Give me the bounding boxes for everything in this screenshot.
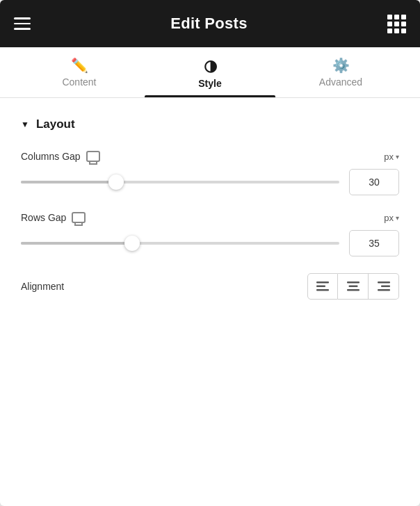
columns-gap-label-left: Columns Gap [21, 151, 100, 162]
rows-gap-unit[interactable]: px ▾ [384, 213, 399, 223]
content-icon: ✏️ [71, 58, 88, 72]
align-center-icon [347, 281, 360, 291]
columns-gap-track [21, 181, 339, 183]
tab-advanced[interactable]: ⚙️ Advanced [275, 47, 406, 97]
svg-rect-3 [347, 281, 360, 284]
align-center-button[interactable] [338, 273, 369, 300]
tab-advanced-label: Advanced [319, 76, 362, 88]
svg-rect-5 [347, 289, 360, 291]
columns-gap-field: Columns Gap px ▾ 30 [21, 151, 399, 195]
svg-rect-7 [381, 286, 390, 288]
svg-rect-2 [316, 289, 329, 291]
alignment-buttons [307, 273, 399, 300]
responsive-monitor-icon[interactable] [86, 151, 100, 162]
tab-style-label: Style [198, 78, 221, 89]
section-collapse-icon[interactable]: ▼ [21, 120, 29, 129]
rows-gap-label: Rows Gap [21, 212, 66, 223]
rows-gap-fill [21, 242, 132, 245]
content-area: ▼ Layout Columns Gap px ▾ [0, 98, 420, 320]
tab-content[interactable]: ✏️ Content [14, 47, 145, 97]
page-title: Edit Posts [170, 15, 248, 33]
layout-section-header: ▼ Layout [21, 117, 399, 131]
hamburger-menu-icon[interactable] [14, 17, 31, 30]
rows-gap-label-left: Rows Gap [21, 212, 86, 223]
chevron-down-icon-2: ▾ [396, 214, 399, 222]
section-title: Layout [36, 117, 75, 131]
rows-gap-field: Rows Gap px ▾ 35 [21, 212, 399, 256]
alignment-label: Alignment [21, 281, 64, 292]
columns-gap-label-row: Columns Gap px ▾ [21, 151, 399, 162]
chevron-down-icon: ▾ [396, 153, 399, 161]
columns-gap-slider-wrap [21, 175, 339, 189]
tab-content-label: Content [62, 76, 96, 88]
advanced-icon: ⚙️ [332, 58, 350, 72]
apps-grid-icon[interactable] [387, 15, 406, 33]
columns-gap-input[interactable]: 30 [349, 169, 399, 195]
alignment-row: Alignment [21, 273, 399, 300]
columns-gap-thumb[interactable] [108, 174, 124, 190]
columns-gap-slider-row: 30 [21, 169, 399, 195]
header: Edit Posts [0, 0, 420, 47]
style-icon: ◑ [204, 58, 217, 74]
rows-gap-unit-label: px [384, 213, 394, 223]
columns-gap-unit-label: px [384, 152, 394, 162]
tabs-bar: ✏️ Content ◑ Style ⚙️ Advanced [0, 47, 420, 98]
align-right-icon [378, 281, 390, 291]
rows-gap-thumb[interactable] [124, 236, 140, 251]
align-left-button[interactable] [307, 273, 338, 300]
rows-gap-slider-row: 35 [21, 230, 399, 256]
rows-gap-slider-wrap [21, 236, 339, 250]
svg-rect-6 [378, 281, 390, 284]
edit-posts-panel: Edit Posts ✏️ Content ◑ Style ⚙️ Advance… [0, 0, 420, 506]
columns-gap-unit[interactable]: px ▾ [384, 152, 399, 162]
rows-gap-label-row: Rows Gap px ▾ [21, 212, 399, 223]
align-left-icon [316, 281, 329, 291]
tab-style[interactable]: ◑ Style [145, 47, 275, 97]
svg-rect-0 [316, 281, 329, 284]
align-right-button[interactable] [369, 273, 399, 300]
columns-gap-fill [21, 181, 116, 183]
svg-rect-8 [378, 289, 390, 291]
svg-rect-1 [316, 286, 325, 288]
columns-gap-label: Columns Gap [21, 151, 81, 162]
rows-gap-track [21, 242, 339, 245]
responsive-monitor-icon-2[interactable] [72, 212, 86, 223]
rows-gap-input[interactable]: 35 [349, 230, 399, 256]
svg-rect-4 [348, 286, 357, 288]
